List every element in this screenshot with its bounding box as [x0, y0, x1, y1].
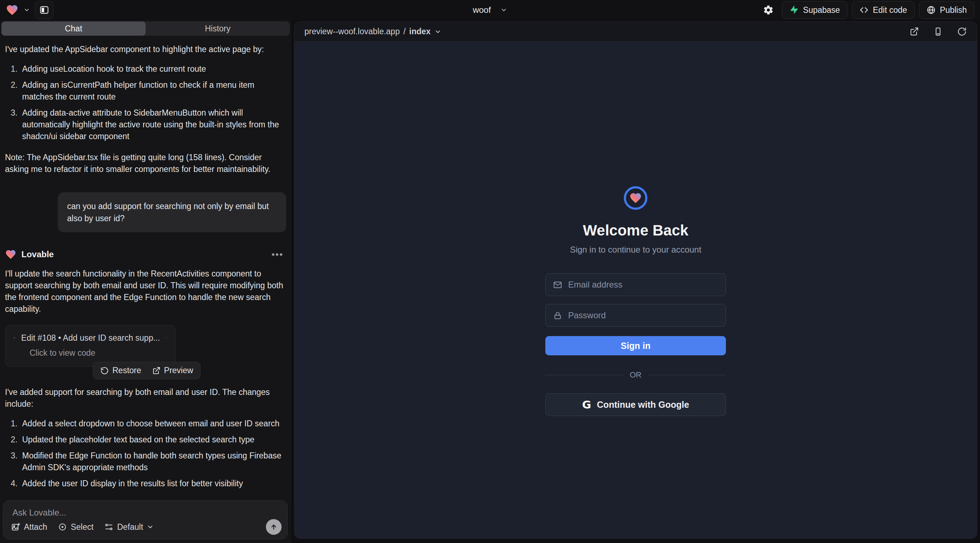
mail-icon — [553, 280, 562, 290]
edit-code-label: Edit code — [873, 5, 907, 15]
attach-button[interactable]: Attach — [11, 522, 47, 532]
chat-input[interactable] — [13, 508, 278, 518]
publish-button[interactable]: Publish — [919, 1, 974, 19]
preview-version-button[interactable]: Preview — [152, 366, 193, 375]
google-g-icon: G — [582, 399, 591, 410]
select-element-button[interactable]: Select — [58, 522, 94, 532]
assistant-name: Lovable — [21, 249, 54, 259]
list-item: Adding an isCurrentPath helper function … — [5, 79, 286, 103]
or-divider: OR — [545, 370, 726, 379]
chevron-down-icon — [147, 523, 154, 530]
lovable-avatar-icon — [5, 249, 16, 260]
gear-icon — [763, 5, 774, 15]
list-item: Added the user ID display in the results… — [5, 478, 286, 489]
app-logo — [624, 186, 648, 210]
email-input[interactable] — [568, 280, 718, 290]
project-name: woof — [473, 5, 491, 15]
attach-image-icon — [11, 522, 20, 532]
assistant-message-text: I'll update the search functionality in … — [5, 268, 286, 315]
project-switcher[interactable]: woof — [473, 0, 508, 20]
google-button-label: Continue with Google — [597, 400, 689, 410]
assistant-message-header: Lovable ••• — [5, 249, 286, 260]
lovable-logo-icon[interactable] — [6, 3, 19, 16]
mode-selector[interactable]: Default — [104, 522, 154, 532]
edit-code-button[interactable]: Edit code — [852, 1, 915, 19]
login-subtitle: Sign in to continue to your account — [570, 245, 701, 255]
restore-icon — [100, 367, 109, 375]
email-field[interactable] — [545, 273, 726, 296]
globe-icon — [926, 5, 936, 14]
password-input[interactable] — [568, 310, 718, 321]
mobile-icon — [933, 27, 943, 37]
sliders-icon — [104, 522, 113, 532]
chat-history-tabs: Chat History — [2, 21, 290, 36]
supabase-button[interactable]: Supabase — [782, 1, 848, 19]
list-item: Adding useLocation hook to track the cur… — [5, 63, 286, 75]
preview-app-content: Welcome Back Sign in to continue to your… — [294, 42, 977, 538]
arrow-up-icon — [270, 523, 278, 531]
assistant-note: Note: The AppSidebar.tsx file is getting… — [5, 152, 286, 175]
url-separator: / — [403, 27, 406, 37]
refresh-button[interactable] — [957, 27, 967, 37]
panel-left-icon — [39, 5, 49, 15]
assistant-message-text: I've updated the AppSidebar component to… — [5, 43, 286, 55]
project-chevron-down-icon — [500, 6, 507, 14]
assistant-list: Adding useLocation hook to track the cur… — [5, 63, 286, 142]
code-icon — [859, 5, 869, 14]
assistant-note: Note: The Edge Function file (fetch-fire… — [5, 499, 286, 500]
preview-url: preview--woof.lovable.app — [304, 27, 400, 37]
preview-toolbar: preview--woof.lovable.app / index — [294, 22, 977, 42]
message-menu-ellipsis-icon[interactable]: ••• — [272, 249, 286, 260]
list-item: Adding data-active attribute to SidebarM… — [5, 107, 286, 142]
or-label: OR — [630, 370, 642, 379]
chevron-right-icon — [165, 334, 167, 342]
edit-card-subtitle: Click to view code — [13, 348, 167, 358]
code-icon — [13, 332, 15, 343]
lock-icon — [553, 311, 562, 321]
login-title: Welcome Back — [583, 222, 689, 239]
workspace-chevron-down-icon[interactable] — [24, 7, 30, 13]
composer: Attach Select Default — [3, 500, 288, 540]
external-link-icon — [909, 27, 919, 37]
preview-url-selector[interactable]: preview--woof.lovable.app / index — [304, 27, 441, 37]
mobile-view-button[interactable] — [933, 27, 943, 37]
supabase-label: Supabase — [803, 5, 840, 15]
supabase-icon — [789, 5, 799, 14]
send-button[interactable] — [266, 519, 282, 535]
chevron-down-icon — [434, 28, 441, 35]
list-item: Updated the placeholder text based on th… — [5, 434, 286, 446]
list-item: Added a select dropdown to choose betwee… — [5, 418, 286, 430]
open-in-new-tab-button[interactable] — [909, 27, 919, 37]
restore-button[interactable]: Restore — [100, 366, 141, 375]
publish-label: Publish — [940, 5, 967, 15]
target-icon — [58, 522, 67, 532]
assistant-message-text: I've added support for searching by both… — [5, 386, 286, 410]
edit-version-card[interactable]: Edit #108 • Add user ID search supp... C… — [5, 325, 176, 367]
tab-chat[interactable]: Chat — [2, 21, 146, 36]
sign-in-button[interactable]: Sign in — [545, 336, 726, 355]
settings-button[interactable] — [759, 1, 778, 19]
chat-panel: Chat History I've updated the AppSidebar… — [0, 20, 291, 543]
heart-icon — [629, 192, 642, 205]
assistant-list: Added a select dropdown to choose betwee… — [5, 418, 286, 489]
preview-panel: preview--woof.lovable.app / index — [294, 21, 977, 539]
preview-path: index — [409, 27, 431, 37]
tab-history[interactable]: History — [146, 21, 290, 36]
user-message-bubble: can you add support for searching not on… — [58, 192, 286, 232]
edit-card-title: Edit #108 • Add user ID search supp... — [21, 333, 160, 343]
password-field[interactable] — [545, 304, 726, 327]
refresh-icon — [957, 27, 967, 37]
topbar: woof Supabase Edit code Publish — [0, 0, 980, 20]
toggle-sidebar-button[interactable] — [35, 1, 54, 19]
version-actions: Restore Preview — [93, 362, 200, 379]
list-item: Modified the Edge Function to handle bot… — [5, 450, 286, 473]
chat-messages[interactable]: I've updated the AppSidebar component to… — [0, 37, 291, 500]
continue-with-google-button[interactable]: G Continue with Google — [545, 393, 726, 416]
external-link-icon — [152, 367, 161, 375]
